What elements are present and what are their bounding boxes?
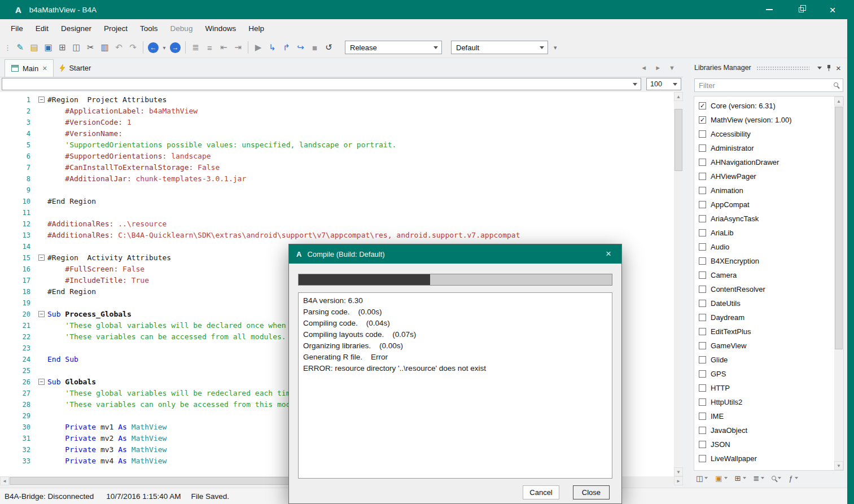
fold-toggle-icon[interactable]: − <box>38 255 45 261</box>
restore-button[interactable] <box>785 0 817 19</box>
library-item[interactable]: EditTextPlus <box>697 325 843 339</box>
minimize-button[interactable] <box>754 0 785 19</box>
member-selector[interactable] <box>2 78 641 90</box>
libraries-scroll-thumb[interactable] <box>835 107 843 349</box>
library-checkbox[interactable] <box>699 370 706 378</box>
library-item[interactable]: Camera <box>697 268 843 282</box>
library-checkbox[interactable] <box>699 173 706 180</box>
list-view-icon[interactable]: ≣ <box>754 474 765 483</box>
library-item[interactable]: IME <box>697 409 843 423</box>
fold-toggle-icon[interactable]: − <box>38 379 45 385</box>
windows-icon[interactable]: ◫ <box>69 41 84 55</box>
library-item[interactable]: Glide <box>697 353 843 367</box>
windows-layout-icon[interactable]: ◫ <box>696 474 708 483</box>
library-item[interactable]: DateUtils <box>697 296 843 310</box>
scroll-up-icon[interactable] <box>674 92 683 101</box>
library-item[interactable]: B4XEncryption <box>697 254 843 268</box>
library-checkbox[interactable] <box>699 356 706 363</box>
toolbar-grip[interactable]: ⋮ <box>4 43 11 52</box>
library-checkbox[interactable] <box>699 342 706 349</box>
library-checkbox[interactable] <box>699 229 706 236</box>
panel-drag-handle[interactable] <box>756 66 809 71</box>
cancel-button[interactable]: Cancel <box>523 485 559 499</box>
library-checkbox[interactable]: ✓ <box>699 102 706 109</box>
library-checkbox[interactable] <box>699 300 706 307</box>
run-icon[interactable]: ▶ <box>251 41 265 55</box>
new-icon[interactable]: ✎ <box>13 41 27 55</box>
library-checkbox[interactable] <box>699 130 706 138</box>
library-checkbox[interactable]: ✓ <box>699 116 706 124</box>
outdent-icon[interactable]: ⇤ <box>217 41 231 55</box>
library-checkbox[interactable] <box>699 427 706 434</box>
library-item[interactable]: ContentResolver <box>697 282 843 296</box>
close-tab-icon[interactable] <box>42 64 47 72</box>
tab-list-icon[interactable] <box>669 64 675 71</box>
library-item[interactable]: HTTP <box>697 381 843 395</box>
undo-icon[interactable]: ↶ <box>112 41 126 55</box>
zoom-select[interactable]: 100 <box>646 78 681 90</box>
modules-grid-icon[interactable]: ⊞ <box>735 474 746 483</box>
library-item[interactable]: Animation <box>697 183 843 198</box>
vertical-scroll-thumb[interactable] <box>675 109 682 171</box>
scroll-right-icon[interactable] <box>674 476 683 485</box>
panel-pin-button[interactable] <box>824 65 834 71</box>
step-into-icon[interactable]: ↳ <box>265 41 279 55</box>
library-checkbox[interactable] <box>699 413 706 420</box>
library-checkbox[interactable] <box>699 286 706 293</box>
libraries-scrollbar[interactable] <box>834 97 843 470</box>
library-checkbox[interactable] <box>699 215 706 222</box>
library-checkbox[interactable] <box>699 144 706 152</box>
library-item[interactable]: LiveWallpaper <box>697 452 843 466</box>
library-item[interactable]: Daydream <box>697 310 843 325</box>
dialog-close-icon[interactable] <box>595 248 621 260</box>
menu-item-file[interactable]: File <box>5 24 29 33</box>
close-window-button[interactable] <box>817 0 848 19</box>
library-item[interactable]: Accessibility <box>697 127 843 141</box>
redo-icon[interactable]: ↷ <box>126 41 140 55</box>
library-checkbox[interactable] <box>699 398 706 406</box>
nav-history-icon[interactable]: ▾ <box>160 41 168 55</box>
library-checkbox[interactable] <box>699 257 706 265</box>
library-checkbox[interactable] <box>699 328 706 335</box>
scroll-left-icon[interactable] <box>0 476 9 485</box>
library-item[interactable]: JavaObject <box>697 423 843 437</box>
step-out-icon[interactable]: ↪ <box>294 41 308 55</box>
menu-item-designer[interactable]: Designer <box>55 24 98 33</box>
scroll-down-icon[interactable] <box>834 461 843 470</box>
library-checkbox[interactable] <box>699 384 706 392</box>
find-icon[interactable] <box>772 476 781 480</box>
filter-input[interactable] <box>694 78 843 92</box>
build-configuration-select[interactable]: Release <box>345 41 442 54</box>
indent-icon[interactable]: ⇥ <box>231 41 245 55</box>
scroll-tabs-left-icon[interactable] <box>641 64 647 71</box>
library-item[interactable]: AppCompat <box>697 198 843 212</box>
toolbar-overflow-icon[interactable]: ▾ <box>554 44 557 51</box>
library-item[interactable]: Audio <box>697 240 843 254</box>
library-checkbox[interactable] <box>699 271 706 279</box>
scroll-down-icon[interactable] <box>674 467 683 476</box>
close-button[interactable]: Close <box>573 485 610 499</box>
run-configuration-select[interactable]: Default <box>451 41 548 54</box>
step-over-icon[interactable]: ↱ <box>279 41 294 55</box>
uncomment-icon[interactable]: ≡ <box>203 41 217 55</box>
library-checkbox[interactable] <box>699 314 706 321</box>
menu-item-project[interactable]: Project <box>98 24 134 33</box>
library-item[interactable]: Administrator <box>697 141 843 155</box>
library-item[interactable]: AHViewPager <box>697 169 843 183</box>
library-item[interactable]: ✓MathView (version: 1.00) <box>697 113 843 127</box>
library-item[interactable]: AriaAsyncTask <box>697 212 843 226</box>
cut-icon[interactable]: ✂ <box>84 41 98 55</box>
library-checkbox[interactable] <box>699 187 706 194</box>
menu-item-edit[interactable]: Edit <box>29 24 55 33</box>
function-search-icon[interactable]: ƒ <box>789 474 798 483</box>
save-icon[interactable]: ▣ <box>41 41 55 55</box>
library-checkbox[interactable] <box>699 441 706 448</box>
comment-icon[interactable]: ≣ <box>189 41 203 55</box>
tab-starter[interactable]: Starter <box>54 59 97 77</box>
dialog-title-bar[interactable]: A Compile (Build: Default) <box>289 244 621 264</box>
folder-icon[interactable]: ▣ <box>715 474 727 483</box>
library-item[interactable]: HttpUtils2 <box>697 395 843 409</box>
library-checkbox[interactable] <box>699 159 706 166</box>
editor-vertical-scrollbar[interactable] <box>674 92 683 476</box>
panel-close-button[interactable] <box>834 64 843 72</box>
